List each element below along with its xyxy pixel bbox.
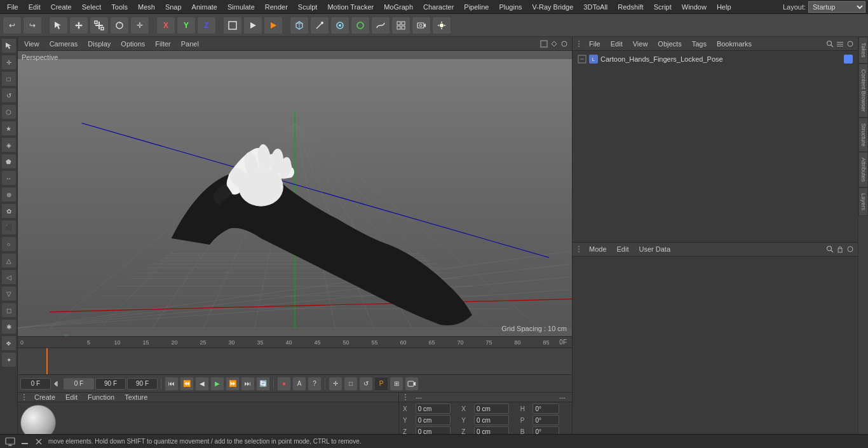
spline-button[interactable] bbox=[371, 17, 390, 34]
obj-tags-btn[interactable]: Tags bbox=[689, 39, 709, 48]
menu-plugins[interactable]: Plugins bbox=[494, 2, 526, 12]
left-tool-16[interactable]: ▽ bbox=[1, 286, 17, 301]
mat-create-btn[interactable]: Create bbox=[32, 393, 58, 402]
camera-button[interactable] bbox=[412, 17, 431, 34]
start-frame-input[interactable] bbox=[20, 378, 51, 390]
left-tool-9[interactable]: ↔ bbox=[1, 170, 17, 186]
left-tool-13[interactable]: ○ bbox=[1, 236, 17, 252]
left-tool-4[interactable]: ↺ bbox=[1, 88, 17, 103]
viewport-menu-panel[interactable]: Panel bbox=[179, 39, 201, 48]
coord-x-size-input[interactable] bbox=[474, 404, 509, 414]
obj-icon-3[interactable] bbox=[846, 40, 854, 48]
menu-animate[interactable]: Animate bbox=[187, 2, 222, 12]
tab-content-browser[interactable]: Content Browser bbox=[858, 64, 868, 118]
axis-y-button[interactable]: Y bbox=[177, 17, 196, 34]
left-tool-8[interactable]: ⬟ bbox=[1, 154, 17, 169]
menu-render[interactable]: Render bbox=[261, 2, 292, 12]
obj-bookmarks-btn[interactable]: Bookmarks bbox=[714, 39, 754, 48]
auto-button[interactable]: A bbox=[292, 377, 306, 391]
menu-select[interactable]: Select bbox=[78, 2, 106, 12]
left-tool-20[interactable]: ✦ bbox=[1, 352, 17, 367]
object-row[interactable]: L Cartoon_Hands_Fingers_Locked_Pose bbox=[575, 53, 855, 65]
object-button[interactable] bbox=[330, 17, 349, 34]
left-tool-2[interactable]: ✛ bbox=[1, 55, 17, 70]
layout-dropdown[interactable]: Startup Standard bbox=[808, 1, 865, 13]
timeline-track[interactable] bbox=[18, 348, 572, 374]
tab-attributes[interactable]: Attributes bbox=[858, 152, 868, 187]
obj-search-icon[interactable] bbox=[826, 40, 834, 48]
menu-3dtoall[interactable]: 3DToAll bbox=[579, 2, 612, 12]
menu-sculpt[interactable]: Sculpt bbox=[294, 2, 322, 12]
scale-tool-button[interactable] bbox=[90, 17, 109, 34]
end-frame-input[interactable] bbox=[95, 378, 126, 390]
rotate-tool-button[interactable] bbox=[110, 17, 129, 34]
help-button[interactable]: ? bbox=[308, 377, 322, 391]
left-tool-11[interactable]: ✿ bbox=[1, 203, 17, 219]
left-tool-18[interactable]: ✱ bbox=[1, 319, 17, 334]
obj-objects-btn[interactable]: Objects bbox=[655, 39, 684, 48]
menu-character[interactable]: Character bbox=[419, 2, 458, 12]
record-button[interactable]: ● bbox=[277, 377, 291, 391]
menu-mesh[interactable]: Mesh bbox=[133, 2, 159, 12]
undo-button[interactable]: ↩ bbox=[3, 17, 22, 34]
go-end-button[interactable]: ⏭ bbox=[241, 377, 255, 391]
grid-button[interactable] bbox=[391, 17, 410, 34]
left-tool-19[interactable]: ❖ bbox=[1, 336, 17, 351]
menu-file[interactable]: File bbox=[3, 2, 23, 12]
scale-transport-btn[interactable]: □ bbox=[344, 377, 358, 391]
left-tool-5[interactable]: ⬡ bbox=[1, 104, 17, 119]
viewport-menu-view[interactable]: View bbox=[22, 39, 42, 48]
menu-create[interactable]: Create bbox=[46, 2, 76, 12]
left-tool-3[interactable]: □ bbox=[1, 71, 17, 86]
coord-h-input[interactable] bbox=[532, 404, 559, 414]
coord-p-input[interactable] bbox=[532, 415, 559, 425]
menu-mograph[interactable]: MoGraph bbox=[379, 2, 417, 12]
playhead[interactable] bbox=[46, 348, 48, 374]
menu-redshift[interactable]: Redshift bbox=[613, 2, 648, 12]
left-tool-6[interactable]: ★ bbox=[1, 121, 17, 136]
max-frame-input[interactable] bbox=[127, 378, 158, 390]
left-tool-7[interactable]: ◈ bbox=[1, 137, 17, 153]
obj-view-btn[interactable]: View bbox=[630, 39, 651, 48]
attr-icon-3[interactable] bbox=[846, 245, 854, 253]
menu-window[interactable]: Window bbox=[677, 2, 711, 12]
menu-help[interactable]: Help bbox=[712, 2, 736, 12]
select-tool-button[interactable] bbox=[49, 17, 68, 34]
tab-takes[interactable]: Takes bbox=[858, 37, 868, 64]
move-tool-button[interactable] bbox=[69, 17, 88, 34]
mat-function-btn[interactable]: Function bbox=[85, 393, 117, 402]
cam-transport-btn[interactable] bbox=[405, 377, 419, 391]
coord-x-pos-input[interactable] bbox=[416, 404, 451, 414]
obj-edit-btn[interactable]: Edit bbox=[608, 39, 625, 48]
left-tool-14[interactable]: △ bbox=[1, 253, 17, 268]
attr-mode-btn[interactable]: Mode bbox=[587, 245, 609, 254]
menu-edit[interactable]: Edit bbox=[24, 2, 45, 12]
menu-pipeline[interactable]: Pipeline bbox=[459, 2, 493, 12]
current-frame-input[interactable] bbox=[64, 378, 94, 390]
tab-layers[interactable]: Layers bbox=[858, 187, 868, 216]
menu-vray-bridge[interactable]: V-Ray Bridge bbox=[528, 2, 578, 12]
coord-y-pos-input[interactable] bbox=[416, 415, 451, 425]
minimize-icon[interactable] bbox=[20, 437, 29, 446]
obj-icon-2[interactable] bbox=[836, 40, 844, 48]
mat-edit-btn[interactable]: Edit bbox=[63, 393, 80, 402]
viewport-menu-cameras[interactable]: Cameras bbox=[47, 39, 81, 48]
rotate-transport-btn[interactable]: ↺ bbox=[359, 377, 373, 391]
viewport-menu-filter[interactable]: Filter bbox=[153, 39, 173, 48]
loop-button[interactable]: 🔄 bbox=[256, 377, 270, 391]
left-tool-17[interactable]: ◻ bbox=[1, 302, 17, 318]
cube-button[interactable] bbox=[290, 17, 309, 34]
interactive-render-button[interactable] bbox=[243, 17, 262, 34]
axis-x-button[interactable]: X bbox=[156, 17, 175, 34]
light-button[interactable] bbox=[432, 17, 451, 34]
viewport-menu-display[interactable]: Display bbox=[85, 39, 113, 48]
attr-userdata-btn[interactable]: User Data bbox=[637, 245, 674, 254]
go-start-button[interactable]: ⏮ bbox=[165, 377, 179, 391]
attr-search-icon[interactable] bbox=[826, 245, 834, 253]
left-tool-12[interactable]: ⬛ bbox=[1, 220, 17, 235]
render-region-button[interactable] bbox=[223, 17, 242, 34]
grid-transport-btn[interactable]: ⊞ bbox=[390, 377, 403, 391]
attr-edit-btn[interactable]: Edit bbox=[614, 245, 632, 254]
step-back-button[interactable]: ⏪ bbox=[180, 377, 194, 391]
left-tool-1[interactable] bbox=[1, 38, 17, 53]
